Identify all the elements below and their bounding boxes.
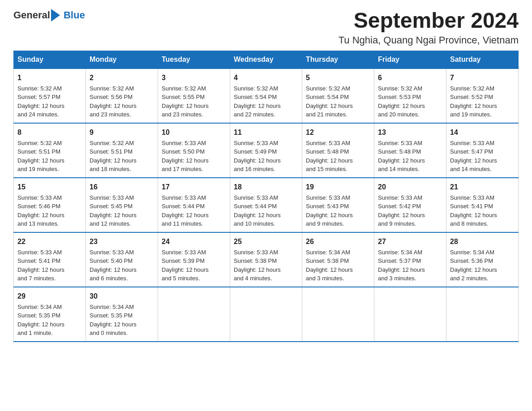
day-info: Sunrise: 5:32 AMSunset: 5:51 PMDaylight:…	[90, 139, 154, 174]
calendar-day-cell	[374, 287, 446, 342]
calendar-week-row: 15Sunrise: 5:33 AMSunset: 5:46 PMDayligh…	[14, 178, 519, 232]
day-number: 23	[90, 236, 154, 247]
day-number: 18	[234, 182, 298, 193]
calendar-day-cell: 6Sunrise: 5:32 AMSunset: 5:53 PMDaylight…	[374, 68, 446, 123]
day-info: Sunrise: 5:32 AMSunset: 5:54 PMDaylight:…	[234, 84, 298, 119]
calendar-day-cell: 7Sunrise: 5:32 AMSunset: 5:52 PMDaylight…	[446, 68, 519, 123]
logo: General Blue	[13, 9, 85, 21]
calendar-day-cell: 17Sunrise: 5:33 AMSunset: 5:44 PMDayligh…	[158, 178, 230, 232]
calendar-day-cell: 1Sunrise: 5:32 AMSunset: 5:57 PMDaylight…	[14, 68, 86, 123]
day-number: 30	[90, 291, 154, 302]
day-info: Sunrise: 5:34 AMSunset: 5:38 PMDaylight:…	[306, 248, 370, 283]
calendar-day-cell: 20Sunrise: 5:33 AMSunset: 5:42 PMDayligh…	[374, 178, 446, 232]
day-number: 22	[17, 236, 82, 247]
calendar-header-wednesday: Wednesday	[230, 51, 302, 68]
logo-blue: Blue	[64, 9, 85, 21]
day-number: 24	[162, 236, 226, 247]
day-number: 14	[450, 127, 515, 138]
calendar-day-cell: 3Sunrise: 5:32 AMSunset: 5:55 PMDaylight…	[158, 68, 230, 123]
day-info: Sunrise: 5:34 AMSunset: 5:35 PMDaylight:…	[90, 303, 154, 338]
calendar-day-cell: 10Sunrise: 5:33 AMSunset: 5:50 PMDayligh…	[158, 123, 230, 178]
day-info: Sunrise: 5:32 AMSunset: 5:51 PMDaylight:…	[17, 139, 82, 174]
day-number: 2	[90, 73, 154, 83]
day-info: Sunrise: 5:33 AMSunset: 5:47 PMDaylight:…	[450, 139, 515, 174]
day-info: Sunrise: 5:33 AMSunset: 5:38 PMDaylight:…	[234, 248, 298, 283]
calendar-week-row: 22Sunrise: 5:33 AMSunset: 5:41 PMDayligh…	[14, 232, 519, 287]
day-number: 7	[450, 73, 515, 83]
day-number: 15	[17, 182, 82, 193]
day-number: 5	[306, 73, 370, 83]
day-number: 25	[234, 236, 298, 247]
calendar-header-monday: Monday	[86, 51, 158, 68]
calendar-day-cell	[158, 287, 230, 342]
calendar-day-cell: 15Sunrise: 5:33 AMSunset: 5:46 PMDayligh…	[14, 178, 86, 232]
day-number: 19	[306, 182, 370, 193]
calendar-day-cell: 21Sunrise: 5:33 AMSunset: 5:41 PMDayligh…	[446, 178, 519, 232]
calendar-header-sunday: Sunday	[14, 51, 86, 68]
day-info: Sunrise: 5:33 AMSunset: 5:44 PMDaylight:…	[162, 193, 226, 228]
day-info: Sunrise: 5:33 AMSunset: 5:41 PMDaylight:…	[450, 193, 515, 228]
calendar-header-row: SundayMondayTuesdayWednesdayThursdayFrid…	[14, 51, 519, 68]
day-number: 11	[234, 127, 298, 138]
day-info: Sunrise: 5:33 AMSunset: 5:48 PMDaylight:…	[378, 139, 442, 174]
calendar-header-thursday: Thursday	[302, 51, 374, 68]
calendar-day-cell: 2Sunrise: 5:32 AMSunset: 5:56 PMDaylight…	[86, 68, 158, 123]
day-info: Sunrise: 5:33 AMSunset: 5:43 PMDaylight:…	[306, 193, 370, 228]
calendar-day-cell: 11Sunrise: 5:33 AMSunset: 5:49 PMDayligh…	[230, 123, 302, 178]
day-number: 10	[162, 127, 226, 138]
calendar-day-cell: 30Sunrise: 5:34 AMSunset: 5:35 PMDayligh…	[86, 287, 158, 342]
calendar-day-cell: 13Sunrise: 5:33 AMSunset: 5:48 PMDayligh…	[374, 123, 446, 178]
day-number: 28	[450, 236, 515, 247]
calendar-header-tuesday: Tuesday	[158, 51, 230, 68]
day-info: Sunrise: 5:33 AMSunset: 5:46 PMDaylight:…	[17, 193, 82, 228]
day-number: 26	[306, 236, 370, 247]
day-info: Sunrise: 5:32 AMSunset: 5:54 PMDaylight:…	[306, 84, 370, 119]
calendar-day-cell: 29Sunrise: 5:34 AMSunset: 5:35 PMDayligh…	[14, 287, 86, 342]
month-year-title: September 2024	[339, 9, 519, 33]
calendar-day-cell: 22Sunrise: 5:33 AMSunset: 5:41 PMDayligh…	[14, 232, 86, 287]
calendar-day-cell: 19Sunrise: 5:33 AMSunset: 5:43 PMDayligh…	[302, 178, 374, 232]
day-number: 1	[17, 73, 82, 83]
day-info: Sunrise: 5:33 AMSunset: 5:40 PMDaylight:…	[90, 248, 154, 283]
day-number: 13	[378, 127, 442, 138]
day-info: Sunrise: 5:33 AMSunset: 5:39 PMDaylight:…	[162, 248, 226, 283]
svg-marker-0	[51, 9, 60, 21]
calendar-day-cell: 25Sunrise: 5:33 AMSunset: 5:38 PMDayligh…	[230, 232, 302, 287]
day-info: Sunrise: 5:33 AMSunset: 5:44 PMDaylight:…	[234, 193, 298, 228]
day-info: Sunrise: 5:33 AMSunset: 5:45 PMDaylight:…	[90, 193, 154, 228]
calendar-day-cell	[446, 287, 519, 342]
day-number: 8	[17, 127, 82, 138]
page-header: General Blue September 2024 Tu Nghia, Qu…	[13, 9, 519, 46]
day-info: Sunrise: 5:32 AMSunset: 5:52 PMDaylight:…	[450, 84, 515, 119]
day-number: 17	[162, 182, 226, 193]
day-info: Sunrise: 5:32 AMSunset: 5:57 PMDaylight:…	[17, 84, 82, 119]
location-subtitle: Tu Nghia, Quang Ngai Province, Vietnam	[339, 34, 519, 46]
day-number: 21	[450, 182, 515, 193]
calendar-day-cell: 26Sunrise: 5:34 AMSunset: 5:38 PMDayligh…	[302, 232, 374, 287]
day-info: Sunrise: 5:33 AMSunset: 5:41 PMDaylight:…	[17, 248, 82, 283]
day-info: Sunrise: 5:33 AMSunset: 5:50 PMDaylight:…	[162, 139, 226, 174]
day-number: 12	[306, 127, 370, 138]
calendar-day-cell: 4Sunrise: 5:32 AMSunset: 5:54 PMDaylight…	[230, 68, 302, 123]
day-number: 3	[162, 73, 226, 83]
calendar-day-cell: 28Sunrise: 5:34 AMSunset: 5:36 PMDayligh…	[446, 232, 519, 287]
calendar-week-row: 29Sunrise: 5:34 AMSunset: 5:35 PMDayligh…	[14, 287, 519, 342]
day-info: Sunrise: 5:32 AMSunset: 5:55 PMDaylight:…	[162, 84, 226, 119]
calendar-week-row: 8Sunrise: 5:32 AMSunset: 5:51 PMDaylight…	[14, 123, 519, 178]
day-info: Sunrise: 5:34 AMSunset: 5:35 PMDaylight:…	[17, 303, 82, 338]
calendar-day-cell: 18Sunrise: 5:33 AMSunset: 5:44 PMDayligh…	[230, 178, 302, 232]
calendar-header-saturday: Saturday	[446, 51, 519, 68]
day-info: Sunrise: 5:33 AMSunset: 5:49 PMDaylight:…	[234, 139, 298, 174]
calendar-table: SundayMondayTuesdayWednesdayThursdayFrid…	[13, 51, 519, 342]
day-info: Sunrise: 5:34 AMSunset: 5:37 PMDaylight:…	[378, 248, 442, 283]
logo-arrow-icon	[51, 9, 64, 21]
day-info: Sunrise: 5:33 AMSunset: 5:48 PMDaylight:…	[306, 139, 370, 174]
day-number: 27	[378, 236, 442, 247]
calendar-day-cell	[230, 287, 302, 342]
day-number: 6	[378, 73, 442, 83]
title-area: September 2024 Tu Nghia, Quang Ngai Prov…	[339, 9, 519, 46]
calendar-day-cell: 9Sunrise: 5:32 AMSunset: 5:51 PMDaylight…	[86, 123, 158, 178]
day-info: Sunrise: 5:33 AMSunset: 5:42 PMDaylight:…	[378, 193, 442, 228]
calendar-day-cell: 16Sunrise: 5:33 AMSunset: 5:45 PMDayligh…	[86, 178, 158, 232]
calendar-day-cell: 14Sunrise: 5:33 AMSunset: 5:47 PMDayligh…	[446, 123, 519, 178]
